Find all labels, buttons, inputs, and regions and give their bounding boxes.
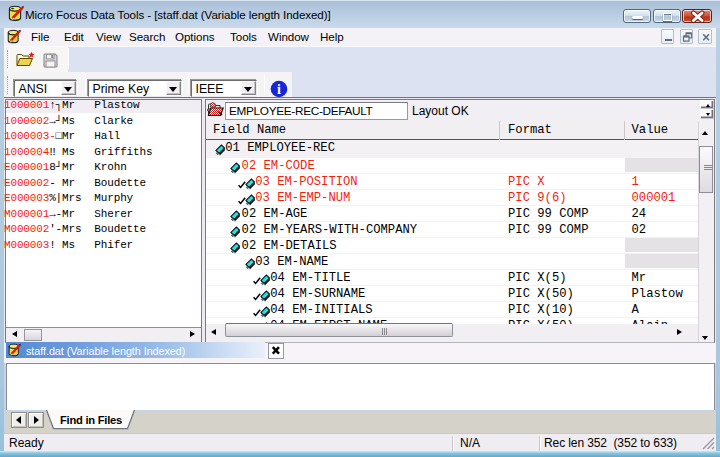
svg-text:i: i: [277, 82, 281, 97]
